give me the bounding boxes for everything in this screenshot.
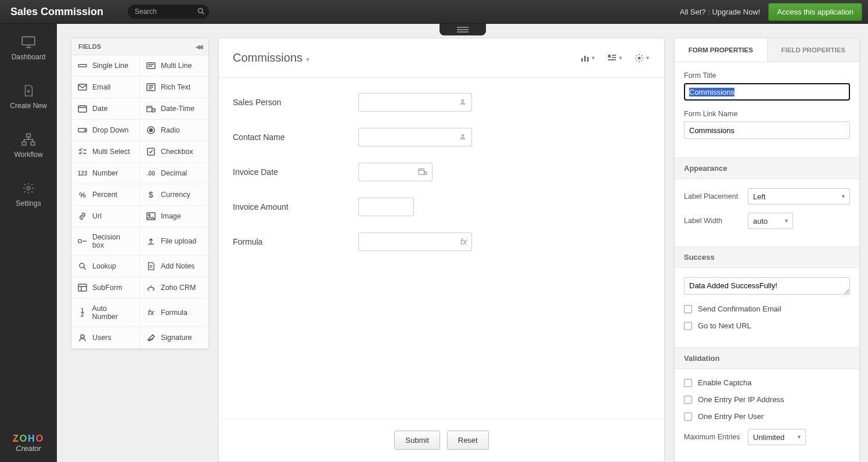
field-type-url[interactable]: Url [71, 206, 140, 227]
svg-rect-46 [584, 56, 586, 62]
formula-icon: fx [146, 308, 156, 317]
svg-point-53 [462, 99, 464, 102]
field-type-date-time[interactable]: Date-Time [140, 98, 208, 120]
svg-point-44 [81, 335, 84, 338]
appearance-header: Appearance [675, 157, 859, 179]
one-entry-per-user-row[interactable]: One Entry Per User [684, 412, 850, 421]
svg-rect-12 [147, 63, 155, 69]
nav-label: Create New [10, 102, 46, 110]
field-type-number[interactable]: 123Number [71, 163, 140, 184]
svg-rect-2 [22, 37, 35, 45]
chart-tool[interactable]: ▼ [580, 53, 596, 63]
field-input[interactable] [358, 163, 433, 181]
label-width-select[interactable]: auto▼ [748, 213, 793, 229]
nav-create-new[interactable]: Create New [0, 73, 57, 121]
field-type-multi-line[interactable]: Multi Line [140, 55, 208, 77]
field-type-zoho-crm[interactable]: Zoho CRM [140, 277, 208, 299]
nav-dashboard[interactable]: Dashboard [0, 24, 57, 73]
field-type-email[interactable]: Email [71, 77, 140, 98]
success-message-input[interactable] [684, 277, 850, 295]
form-title-dropdown[interactable]: Commissions▼ [233, 51, 311, 65]
field-type-file-upload[interactable]: File upload [140, 227, 208, 256]
date-icon [77, 104, 88, 113]
fields-palette: FIELDS ◀◀ Single LineMulti LineEmailRich… [71, 38, 209, 349]
field-type-subform[interactable]: SubForm [71, 277, 140, 299]
tab-form-properties[interactable]: FORM PROPERTIES [675, 38, 768, 62]
properties-panel: FORM PROPERTIES FIELD PROPERTIES Form Ti… [674, 38, 860, 462]
field-type-decision-box[interactable]: Decision box [71, 227, 140, 256]
label-placement-select[interactable]: Left▼ [748, 188, 850, 205]
form-field-row: Contact Name [233, 128, 650, 146]
svg-point-29 [150, 129, 153, 132]
svg-line-38 [84, 267, 86, 270]
checkbox-icon [146, 147, 156, 156]
tab-field-properties[interactable]: FIELD PROPERTIES [768, 38, 860, 62]
checkbox-icon [684, 322, 692, 330]
field-label: Invoice Date [233, 167, 358, 177]
form-title-input[interactable] [684, 83, 850, 101]
field-type-add-notes[interactable]: Add Notes [140, 256, 208, 277]
topbar-right: All Set? : Upgrade Now! Access this appl… [680, 3, 868, 21]
field-type-signature[interactable]: Signature [140, 327, 208, 349]
form-canvas: Commissions▼ ▼ ▼ ▼ Sales PersonContact N… [218, 38, 665, 462]
decision-box-icon [77, 237, 88, 246]
send-confirmation-email-row[interactable]: Send Confirmation Email [684, 305, 850, 313]
enable-captcha-row[interactable]: Enable Captcha [684, 378, 850, 387]
nav-settings[interactable]: Settings [0, 170, 57, 219]
search-input[interactable] [128, 5, 209, 19]
form-field-row: Formulafx [233, 232, 650, 251]
users-icon [77, 333, 88, 342]
decimal-icon: .00 [146, 169, 156, 178]
label-width-label: Label Width [684, 217, 748, 225]
settings-tool[interactable]: ▼ [635, 53, 650, 63]
field-type-currency[interactable]: $Currency [140, 184, 208, 206]
radio-icon [146, 126, 156, 135]
field-type-formula[interactable]: fxFormula [140, 299, 208, 327]
field-type-checkbox[interactable]: Checkbox [140, 141, 208, 163]
access-application-button[interactable]: Access this application [768, 3, 862, 21]
svg-rect-35 [78, 239, 81, 242]
lookup-icon [77, 262, 88, 271]
field-input[interactable] [358, 198, 414, 216]
reset-button[interactable]: Reset [447, 431, 489, 450]
number-icon: 123 [77, 169, 88, 178]
left-nav-rail: Dashboard Create New Workflow Settings Z… [0, 24, 57, 462]
field-type-single-line[interactable]: Single Line [71, 55, 140, 77]
upgrade-link[interactable]: All Set? : Upgrade Now! [680, 8, 761, 16]
field-input[interactable]: fx [358, 232, 472, 251]
field-type-users[interactable]: Users [71, 327, 140, 349]
single-line-icon [77, 61, 88, 70]
signature-icon [146, 333, 156, 342]
currency-icon: $ [146, 190, 156, 199]
field-type-drop-down[interactable]: Drop Down [71, 120, 140, 141]
percent-icon: % [77, 190, 88, 199]
submit-button[interactable]: Submit [394, 431, 440, 450]
subform-icon [77, 283, 88, 292]
field-type-radio[interactable]: Radio [140, 120, 208, 141]
field-input[interactable] [358, 93, 472, 112]
collapse-icon[interactable]: ◀◀ [196, 44, 201, 50]
canvas-header: Commissions▼ ▼ ▼ ▼ [219, 38, 664, 78]
nav-workflow[interactable]: Workflow [0, 121, 57, 170]
field-type-rich-text[interactable]: Rich Text [140, 77, 208, 98]
max-entries-select[interactable]: Unlimited▼ [748, 429, 806, 445]
field-type-lookup[interactable]: Lookup [71, 256, 140, 277]
field-type-multi-select[interactable]: Multi Select [71, 141, 140, 163]
go-to-next-url-row[interactable]: Go to Next URL [684, 321, 850, 330]
palette-header: FIELDS ◀◀ [71, 38, 208, 55]
multi-line-icon [146, 61, 156, 70]
layout-tool[interactable]: ▼ [607, 53, 623, 63]
hamburger-icon [457, 29, 469, 30]
field-type-date[interactable]: Date [71, 98, 140, 120]
pulltab-handle[interactable] [440, 24, 486, 35]
field-type-image[interactable]: Image [140, 206, 208, 227]
svg-rect-8 [22, 142, 26, 145]
field-type-percent[interactable]: %Percent [71, 184, 140, 206]
field-input[interactable] [358, 128, 472, 146]
field-type-auto-number[interactable]: 12Auto Number [71, 299, 140, 327]
form-field-row: Invoice Date [233, 163, 650, 181]
form-link-input[interactable] [684, 121, 850, 139]
one-entry-per-ip-row[interactable]: One Entry Per IP Address [684, 395, 850, 404]
success-header: Success [675, 246, 859, 268]
field-type-decimal[interactable]: .00Decimal [140, 163, 208, 184]
